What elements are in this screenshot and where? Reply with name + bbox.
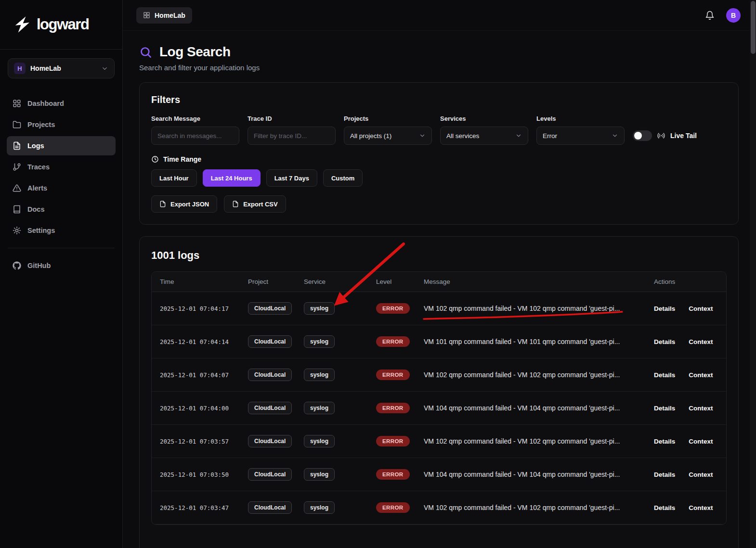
- service-badge: syslog: [304, 402, 335, 414]
- sidebar-item-label: Logs: [27, 142, 44, 150]
- sidebar-item-docs[interactable]: Docs: [7, 200, 116, 219]
- project-badge: CloudLocal: [248, 468, 292, 481]
- search-icon: [139, 46, 152, 59]
- levels-select[interactable]: Error: [536, 127, 625, 145]
- dashboard-icon: [13, 99, 21, 108]
- filters-card: Filters Search Message Trace ID Projects…: [139, 82, 739, 225]
- github-icon: [13, 261, 21, 270]
- context-button[interactable]: Context: [689, 504, 713, 511]
- sidebar-item-settings[interactable]: Settings: [7, 221, 116, 240]
- alert-triangle-icon: [13, 184, 21, 192]
- search-message-input[interactable]: [151, 127, 239, 145]
- details-button[interactable]: Details: [654, 305, 675, 312]
- sidebar-divider: [8, 248, 115, 248]
- service-badge: syslog: [304, 468, 335, 481]
- services-select-value: All services: [446, 132, 479, 140]
- table-row: 2025-12-01 07:04:14 CloudLocal syslog ER…: [152, 325, 726, 358]
- column-header-service: Service: [304, 278, 376, 285]
- row-actions: Details Context: [648, 405, 726, 412]
- service-badge: syslog: [304, 501, 335, 514]
- log-time: 2025-12-01 07:04:14: [160, 338, 248, 345]
- details-button[interactable]: Details: [654, 405, 675, 412]
- scrollbar: [750, 0, 756, 548]
- scrollbar-thumb[interactable]: [751, 1, 756, 54]
- row-actions: Details Context: [648, 438, 726, 445]
- context-button[interactable]: Context: [689, 338, 713, 345]
- chevron-down-icon: [419, 132, 426, 139]
- sidebar-item-label: Docs: [27, 205, 44, 213]
- broadcast-icon: [657, 131, 665, 140]
- export-json-button[interactable]: Export JSON: [151, 195, 217, 213]
- chevron-down-icon: [515, 132, 522, 139]
- sidebar-item-label: Projects: [27, 121, 55, 128]
- avatar[interactable]: B: [726, 8, 741, 23]
- workspace-chip[interactable]: HomeLab: [136, 7, 192, 24]
- bell-icon[interactable]: [705, 11, 715, 20]
- brand-logo: logward: [0, 0, 122, 50]
- time-range-custom-button[interactable]: Custom: [323, 169, 363, 187]
- column-header-actions: Actions: [648, 278, 726, 285]
- details-button[interactable]: Details: [654, 438, 675, 445]
- sidebar-item-alerts[interactable]: Alerts: [7, 178, 116, 198]
- file-icon: [159, 201, 166, 207]
- logward-logo-icon: [13, 15, 32, 34]
- details-button[interactable]: Details: [654, 338, 675, 345]
- level-badge: ERROR: [376, 370, 410, 380]
- services-select[interactable]: All services: [440, 127, 528, 145]
- sidebar-item-label: Alerts: [27, 184, 47, 192]
- services-label: Services: [440, 115, 528, 122]
- sidebar-item-github[interactable]: GitHub: [7, 256, 116, 275]
- details-button[interactable]: Details: [654, 471, 675, 478]
- sidebar-item-label: Dashboard: [27, 100, 64, 107]
- page-subtitle: Search and filter your application logs: [139, 64, 739, 72]
- workspace-name: HomeLab: [30, 64, 96, 72]
- log-time: 2025-12-01 07:03:57: [160, 438, 248, 445]
- logs-count: 1001 logs: [151, 249, 727, 262]
- table-row: 2025-12-01 07:04:17 CloudLocal syslog ER…: [152, 292, 726, 325]
- table-row: 2025-12-01 07:04:07 CloudLocal syslog ER…: [152, 358, 726, 392]
- sidebar-nav: Dashboard Projects Logs Traces Alerts Do…: [0, 94, 122, 275]
- time-range-last-7-days-button[interactable]: Last 7 Days: [266, 169, 317, 187]
- table-row: 2025-12-01 07:03:57 CloudLocal syslog ER…: [152, 425, 726, 458]
- sidebar-item-logs[interactable]: Logs: [7, 136, 116, 155]
- context-button[interactable]: Context: [689, 371, 713, 379]
- table-row: 2025-12-01 07:03:50 CloudLocal syslog ER…: [152, 458, 726, 491]
- workspace-selector[interactable]: H HomeLab: [8, 58, 115, 78]
- time-range-last-24-hours-button[interactable]: Last 24 Hours: [203, 169, 261, 187]
- export-csv-button[interactable]: Export CSV: [224, 195, 286, 213]
- table-row: 2025-12-01 07:04:00 CloudLocal syslog ER…: [152, 392, 726, 425]
- live-tail-toggle[interactable]: [633, 130, 652, 141]
- trace-id-input[interactable]: [248, 127, 336, 145]
- details-button[interactable]: Details: [654, 371, 675, 379]
- log-message: VM 102 qmp command failed - VM 102 qmp c…: [424, 305, 648, 312]
- toggle-knob: [634, 132, 642, 140]
- context-button[interactable]: Context: [689, 405, 713, 412]
- brand-name: logward: [37, 16, 89, 33]
- context-button[interactable]: Context: [689, 471, 713, 478]
- log-time: 2025-12-01 07:03:50: [160, 471, 248, 478]
- sidebar-item-label: GitHub: [27, 262, 51, 269]
- column-header-time: Time: [160, 278, 248, 285]
- table-header: Time Project Service Level Message Actio…: [152, 272, 726, 292]
- sidebar-item-projects[interactable]: Projects: [7, 115, 116, 134]
- page-title: Log Search: [159, 44, 230, 60]
- time-range-last-hour-button[interactable]: Last Hour: [151, 169, 197, 187]
- details-button[interactable]: Details: [654, 504, 675, 511]
- row-actions: Details Context: [648, 371, 726, 379]
- log-time: 2025-12-01 07:04:00: [160, 405, 248, 412]
- projects-select[interactable]: All projects (1): [344, 127, 432, 145]
- service-badge: syslog: [304, 435, 335, 447]
- context-button[interactable]: Context: [689, 305, 713, 312]
- log-message: VM 102 qmp command failed - VM 102 qmp c…: [424, 371, 648, 379]
- project-badge: CloudLocal: [248, 335, 292, 348]
- folder-icon: [13, 120, 21, 129]
- log-message: VM 104 qmp command failed - VM 104 qmp c…: [424, 404, 648, 412]
- live-tail-label: Live Tail: [670, 132, 697, 140]
- column-header-message: Message: [424, 278, 648, 285]
- context-button[interactable]: Context: [689, 438, 713, 445]
- sidebar-item-dashboard[interactable]: Dashboard: [7, 94, 116, 113]
- levels-label: Levels: [536, 115, 625, 122]
- time-range-label: Time Range: [163, 155, 201, 163]
- sidebar-item-traces[interactable]: Traces: [7, 157, 116, 177]
- book-icon: [13, 205, 21, 214]
